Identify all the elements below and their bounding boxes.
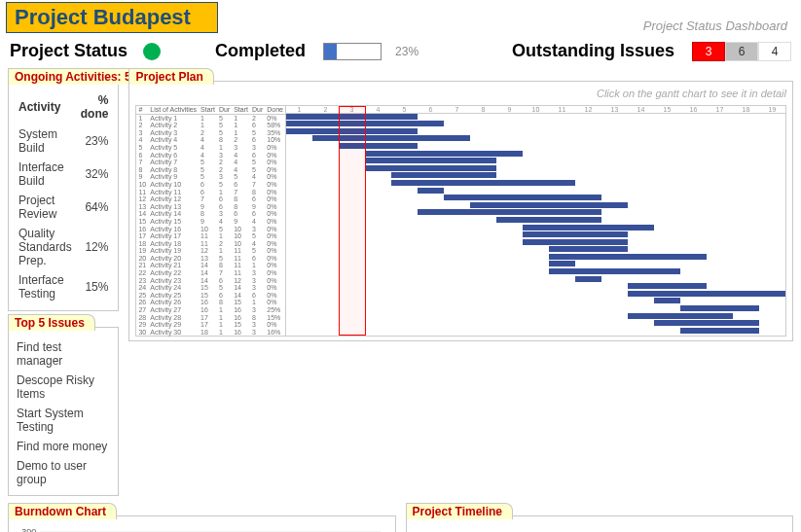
activity-row: Interface Build32% bbox=[18, 159, 108, 190]
timeline-panel: Project Timeline May-09Jul-09Sep-09Nov-0… bbox=[406, 515, 794, 532]
gantt-hint: Click on the gantt chart to see it in de… bbox=[129, 88, 792, 101]
project-plan-tab: Project Plan bbox=[128, 68, 213, 85]
svg-text:300: 300 bbox=[21, 527, 36, 532]
col-activity: Activity bbox=[18, 93, 78, 124]
activity-row: Project Review64% bbox=[18, 192, 108, 223]
issue-row: Demo to user group bbox=[17, 456, 110, 489]
project-plan-panel: Project Plan Click on the gantt chart to… bbox=[128, 81, 793, 341]
ongoing-activities-panel: Ongoing Activities: 5 Activity % done Sy… bbox=[8, 81, 119, 311]
timeline-tab: Project Timeline bbox=[406, 503, 513, 519]
activity-row: System Build23% bbox=[18, 125, 108, 157]
issue-count-boxes: 3 6 4 bbox=[692, 42, 791, 61]
issue-count-low: 4 bbox=[758, 42, 791, 61]
project-title: Project Budapest bbox=[6, 2, 218, 33]
timeline-chart[interactable]: May-09Jul-09Sep-09Nov-09Jan-10Mar-10Proj… bbox=[415, 526, 785, 532]
top-issues-tab: Top 5 Issues bbox=[8, 314, 95, 331]
issue-row: Find test manager bbox=[17, 337, 110, 371]
issue-row: Start System Testing bbox=[17, 404, 110, 437]
burndown-tab: Burndown Chart bbox=[8, 503, 117, 519]
ongoing-activities-tab: Ongoing Activities: 5 bbox=[8, 68, 142, 85]
issue-count-medium: 6 bbox=[725, 42, 758, 61]
col-done: % done bbox=[80, 93, 109, 124]
completed-label: Completed bbox=[215, 41, 306, 61]
issue-row: Descope Risky Items bbox=[17, 371, 110, 404]
burndown-chart[interactable]: 0100200300012345678910111213141516171819… bbox=[17, 526, 387, 532]
top-issues-panel: Top 5 Issues Find test managerDescope Ri… bbox=[8, 327, 119, 496]
burndown-panel: Burndown Chart 0100200300012345678910111… bbox=[8, 515, 396, 532]
activity-row: Interface Testing15% bbox=[18, 271, 108, 302]
activity-row: Quality Standards Prep.12% bbox=[18, 225, 108, 269]
dashboard-subtitle: Project Status Dashboard bbox=[643, 18, 791, 33]
status-dot-green bbox=[143, 43, 161, 60]
gantt-chart[interactable]: #List of ActivitiesStartDurStartDurDone1… bbox=[135, 105, 786, 337]
issue-row: Find more money bbox=[17, 437, 110, 456]
project-status-label: Project Status bbox=[10, 41, 127, 61]
completed-progress-bar bbox=[323, 43, 382, 60]
completed-percent-text: 23% bbox=[395, 45, 419, 58]
issue-count-high: 3 bbox=[692, 42, 725, 61]
outstanding-issues-label: Outstanding Issues bbox=[512, 41, 674, 61]
